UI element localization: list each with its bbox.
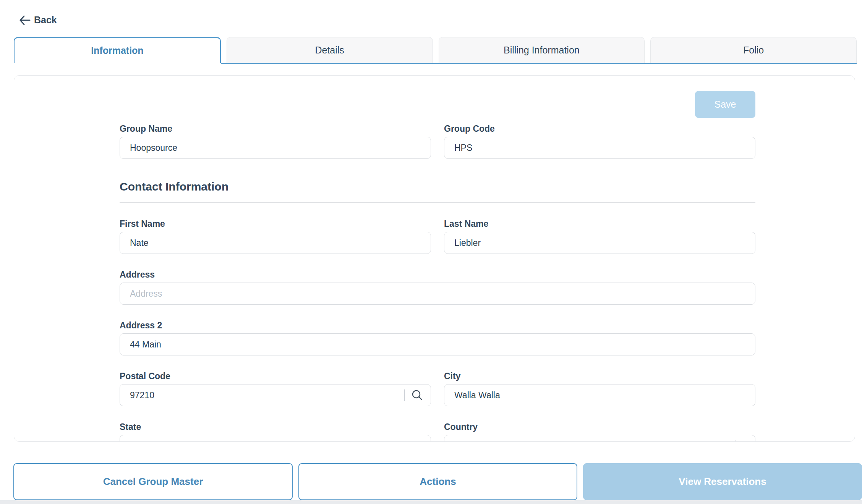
back-link[interactable]: Back bbox=[19, 15, 57, 26]
arrow-left-icon bbox=[19, 15, 31, 26]
country-input[interactable] bbox=[454, 441, 748, 442]
address-label: Address bbox=[120, 269, 755, 280]
state-field-group: State bbox=[120, 422, 431, 442]
address2-field bbox=[120, 333, 755, 355]
country-label: Country bbox=[444, 422, 755, 432]
cancel-group-master-button[interactable]: Cancel Group Master bbox=[13, 463, 293, 500]
group-name-field-group: Group Name bbox=[120, 123, 431, 159]
first-name-field bbox=[120, 232, 431, 254]
tab-billing-information-label: Billing Information bbox=[504, 45, 580, 56]
bottom-edge-strip bbox=[0, 500, 862, 504]
view-reservations-button[interactable]: View Reservations bbox=[583, 463, 862, 500]
last-name-field bbox=[444, 232, 755, 254]
group-name-label: Group Name bbox=[120, 123, 431, 134]
country-dropdown-divider bbox=[736, 440, 736, 442]
address2-input[interactable] bbox=[130, 339, 748, 350]
tab-bar: Information Details Billing Information … bbox=[14, 37, 857, 64]
city-label: City bbox=[444, 371, 755, 381]
save-button[interactable]: Save bbox=[695, 91, 755, 118]
address2-field-group: Address 2 bbox=[120, 320, 755, 355]
tab-folio[interactable]: Folio bbox=[650, 37, 857, 63]
last-name-label: Last Name bbox=[444, 218, 755, 229]
city-field bbox=[444, 384, 755, 406]
address2-label: Address 2 bbox=[120, 320, 755, 331]
group-code-field-group: Group Code bbox=[444, 123, 755, 159]
state-label: State bbox=[120, 422, 431, 432]
address-field bbox=[120, 283, 755, 305]
postal-code-input[interactable] bbox=[130, 390, 401, 401]
postal-code-field-group: Postal Code bbox=[120, 371, 431, 406]
postal-code-search-button[interactable] bbox=[405, 389, 424, 402]
first-name-input[interactable] bbox=[130, 238, 424, 248]
postal-code-field bbox=[120, 384, 431, 406]
address-field-group: Address bbox=[120, 269, 755, 305]
address-input[interactable] bbox=[130, 289, 748, 299]
tab-details-label: Details bbox=[315, 45, 344, 56]
first-name-label: First Name bbox=[120, 218, 431, 229]
section-divider bbox=[120, 202, 755, 203]
state-field bbox=[120, 435, 431, 442]
group-name-input[interactable] bbox=[130, 143, 424, 153]
tab-billing-information[interactable]: Billing Information bbox=[439, 37, 645, 63]
country-field-group: Country bbox=[444, 422, 755, 442]
group-code-input[interactable] bbox=[454, 143, 748, 153]
city-input[interactable] bbox=[454, 390, 748, 401]
tab-details[interactable]: Details bbox=[227, 37, 433, 63]
actions-button[interactable]: Actions bbox=[298, 463, 577, 500]
group-code-label: Group Code bbox=[444, 123, 755, 134]
search-icon bbox=[411, 389, 424, 402]
information-panel: Save Group Name Group Code Contact Infor… bbox=[14, 75, 855, 442]
tab-information-label: Information bbox=[91, 45, 144, 56]
group-name-field bbox=[120, 137, 431, 159]
back-label: Back bbox=[34, 15, 57, 26]
first-name-field-group: First Name bbox=[120, 218, 431, 254]
state-input[interactable] bbox=[130, 441, 424, 442]
country-field[interactable] bbox=[444, 435, 755, 442]
tab-folio-label: Folio bbox=[743, 45, 764, 56]
city-field-group: City bbox=[444, 371, 755, 406]
contact-information-heading: Contact Information bbox=[120, 180, 755, 193]
last-name-field-group: Last Name bbox=[444, 218, 755, 254]
last-name-input[interactable] bbox=[454, 238, 748, 248]
postal-code-label: Postal Code bbox=[120, 371, 431, 381]
tab-information[interactable]: Information bbox=[14, 37, 221, 63]
group-code-field bbox=[444, 137, 755, 159]
